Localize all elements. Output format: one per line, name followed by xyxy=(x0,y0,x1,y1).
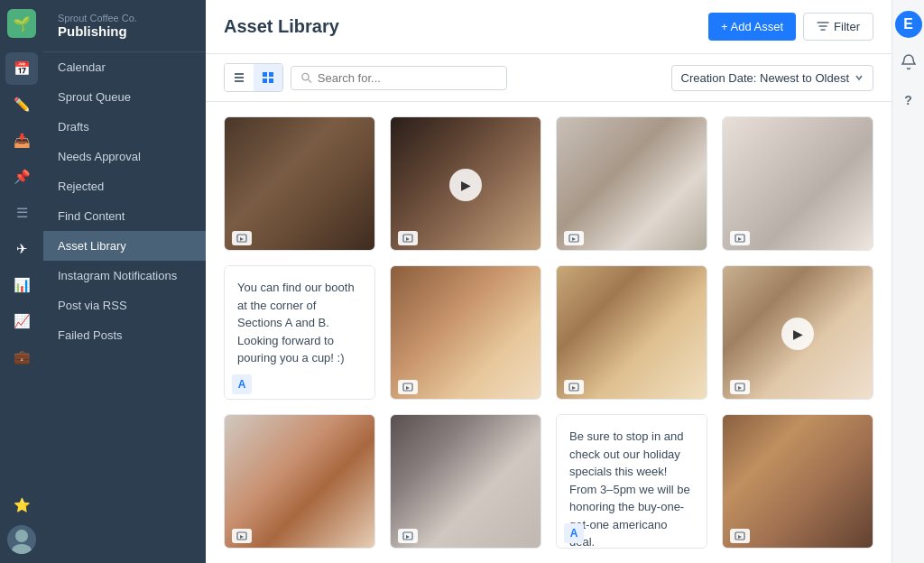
nav-item-asset-library[interactable]: Asset Library xyxy=(43,231,206,261)
brand-header: Sprout Coffee Co. Publishing xyxy=(43,0,206,52)
asset-card-7[interactable]: December Special xyxy=(556,265,707,400)
nav-item-post-via-rss[interactable]: Post via RSS xyxy=(43,291,206,320)
main-header: Asset Library + Add Asset Filter xyxy=(206,0,892,54)
asset-type-badge xyxy=(232,529,252,543)
nav-icon-list[interactable]: ☰ xyxy=(5,197,38,229)
toolbar-left xyxy=(224,63,507,92)
svg-rect-6 xyxy=(269,72,273,77)
list-view-icon xyxy=(233,71,245,84)
svg-rect-2 xyxy=(235,73,244,75)
nav-icon-compose[interactable]: ✏️ xyxy=(5,88,38,121)
asset-card-8[interactable]: ▶ How-to Milk Froth xyxy=(722,265,873,400)
svg-rect-7 xyxy=(263,78,267,83)
app-logo: 🌱 xyxy=(7,9,36,38)
svg-rect-3 xyxy=(235,77,244,78)
nav-icon-pin[interactable]: 📌 xyxy=(5,161,38,193)
text-type-badge: A xyxy=(232,374,252,394)
add-asset-button[interactable]: + Add Asset xyxy=(708,13,796,41)
grid-view-icon xyxy=(262,71,274,84)
view-toggle xyxy=(224,63,283,92)
asset-type-badge xyxy=(398,529,418,543)
user-avatar[interactable] xyxy=(7,525,36,554)
grid-view-button[interactable] xyxy=(254,64,282,91)
left-nav: Sprout Coffee Co. Publishing CalendarSpr… xyxy=(43,0,206,563)
page-title: Asset Library xyxy=(224,16,339,37)
search-icon xyxy=(300,71,312,84)
asset-type-badge xyxy=(730,380,750,394)
asset-type-badge xyxy=(398,231,418,245)
help-button[interactable]: ? xyxy=(895,87,922,114)
text-type-badge: A xyxy=(564,523,584,543)
asset-type-badge xyxy=(232,231,252,245)
play-icon: ▶ xyxy=(449,169,482,201)
icon-sidebar: 🌱 📅 ✏️ 📥 📌 ☰ ✈ 📊 📈 💼 ⭐ xyxy=(0,0,43,563)
search-box xyxy=(291,66,507,90)
asset-type-badge xyxy=(730,231,750,245)
svg-point-0 xyxy=(15,530,28,542)
list-view-button[interactable] xyxy=(225,64,254,91)
nav-item-rejected[interactable]: Rejected xyxy=(43,171,206,201)
asset-card-5[interactable]: You can find our booth at the corner of … xyxy=(224,265,375,400)
asset-card-10[interactable] xyxy=(390,414,541,549)
nav-item-instagram-notifications[interactable]: Instagram Notifications xyxy=(43,261,206,291)
asset-card-11[interactable]: Be sure to stop in and check out our hol… xyxy=(556,414,707,549)
chevron-down-icon xyxy=(855,73,864,82)
nav-icon-inbox[interactable]: 📥 xyxy=(5,125,38,157)
nav-item-calendar[interactable]: Calendar xyxy=(43,52,206,82)
nav-item-failed-posts[interactable]: Failed Posts xyxy=(43,320,206,350)
nav-item-needs-approval[interactable]: Needs Approval xyxy=(43,142,206,171)
sort-dropdown[interactable]: Creation Date: Newest to Oldest xyxy=(671,65,873,91)
asset-card-2[interactable]: ▶ Making an Esspresso xyxy=(390,116,541,251)
asset-grid: Assorted Coffee ▶ Making an Esspresso xyxy=(206,102,892,563)
search-input[interactable] xyxy=(318,71,497,85)
nav-icon-bag[interactable]: 💼 xyxy=(5,341,38,374)
svg-point-1 xyxy=(12,544,32,554)
asset-type-badge xyxy=(564,380,584,394)
svg-point-9 xyxy=(302,73,309,79)
asset-type-badge xyxy=(398,380,418,394)
nav-icon-calendar[interactable]: 📅 xyxy=(5,52,38,85)
asset-card-3[interactable]: Store View xyxy=(556,116,707,251)
asset-type-badge xyxy=(730,529,750,543)
asset-card-12[interactable] xyxy=(722,414,873,549)
asset-card-4[interactable]: Pour Over Top xyxy=(722,116,873,251)
company-name: Sprout Coffee Co. xyxy=(58,13,191,23)
svg-rect-4 xyxy=(235,80,244,82)
svg-rect-8 xyxy=(269,78,273,83)
asset-card-1[interactable]: Assorted Coffee xyxy=(224,116,375,251)
nav-icon-bar[interactable]: 📈 xyxy=(5,305,38,337)
nav-item-sprout-queue[interactable]: Sprout Queue xyxy=(43,82,206,112)
right-icon-panel: E ? xyxy=(892,0,924,563)
main-content: Asset Library + Add Asset Filter xyxy=(206,0,892,563)
bell-icon xyxy=(901,54,916,70)
nav-item-find-content[interactable]: Find Content xyxy=(43,201,206,231)
nav-icon-star[interactable]: ⭐ xyxy=(5,489,38,521)
filter-icon xyxy=(817,21,829,33)
filter-button[interactable]: Filter xyxy=(803,13,873,41)
asset-card-6[interactable]: Latte Art xyxy=(390,265,541,400)
asset-type-badge xyxy=(564,231,584,245)
user-button[interactable]: E xyxy=(895,11,922,38)
product-name: Publishing xyxy=(58,23,191,39)
asset-card-9[interactable] xyxy=(224,414,375,549)
svg-line-10 xyxy=(309,79,311,82)
toolbar: Creation Date: Newest to Oldest xyxy=(206,54,892,102)
nav-icon-chart[interactable]: 📊 xyxy=(5,269,38,301)
svg-rect-5 xyxy=(263,72,267,77)
play-icon: ▶ xyxy=(781,318,814,350)
header-actions: + Add Asset Filter xyxy=(708,13,873,41)
nav-icon-send[interactable]: ✈ xyxy=(5,233,38,265)
nav-item-drafts[interactable]: Drafts xyxy=(43,112,206,142)
notifications-button[interactable] xyxy=(895,49,922,76)
